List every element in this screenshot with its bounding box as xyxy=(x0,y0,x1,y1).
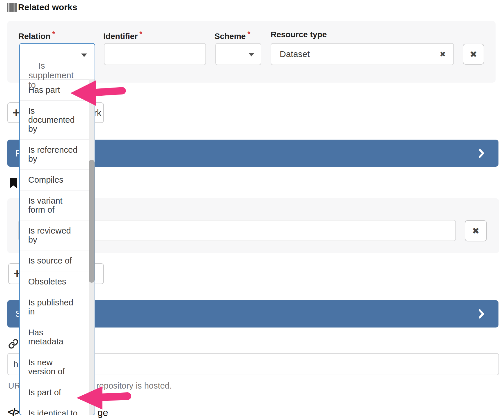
required-asterisk: * xyxy=(247,30,250,38)
panel-2-remove-button[interactable]: ✖ xyxy=(465,220,487,241)
relation-selected-value[interactable]: Is supplement to xyxy=(20,44,95,79)
identifier-input[interactable] xyxy=(104,43,206,65)
required-asterisk: * xyxy=(139,30,142,38)
dropdown-option-is-referenced-by[interactable]: Is referenced by xyxy=(20,140,95,170)
page-title: Related works xyxy=(18,2,77,12)
link-icon xyxy=(8,339,19,349)
dropdown-option-is-published-in[interactable]: Is published in xyxy=(20,292,95,322)
remove-icon: ✖ xyxy=(470,49,477,59)
dropdown-option-has-metadata[interactable]: Has metadata xyxy=(20,322,95,352)
chevron-right-icon xyxy=(479,309,485,318)
scheme-select[interactable] xyxy=(215,43,261,65)
relation-options-list: Has part Is documented by Is referenced … xyxy=(20,79,95,415)
dropdown-option-obsoletes[interactable]: Obsoletes xyxy=(20,271,95,292)
dropdown-option-compiles[interactable]: Compiles xyxy=(20,170,95,191)
scheme-label: Scheme* xyxy=(214,30,250,41)
resource-type-value: Dataset xyxy=(271,44,453,65)
dropdown-scrollbar-thumb[interactable] xyxy=(89,160,95,283)
bookmark-icon xyxy=(10,177,17,188)
chevron-down-icon xyxy=(249,53,254,56)
url-input-value-fragment: h xyxy=(13,353,18,375)
resource-type-select[interactable]: Dataset ✖ xyxy=(271,43,454,65)
chevron-right-icon xyxy=(479,149,485,158)
dropdown-option-is-variant-form-of[interactable]: Is variant form of xyxy=(20,191,95,220)
resource-type-label: Resource type xyxy=(271,30,327,39)
dropdown-option-is-part-of[interactable]: Is part of xyxy=(20,382,95,403)
plus-icon: + xyxy=(13,106,20,120)
relation-label: Relation* xyxy=(18,30,55,41)
identifier-label: Identifier* xyxy=(103,30,142,41)
language-label-fragment: ge xyxy=(97,407,108,418)
dropdown-option-is-reviewed-by[interactable]: Is reviewed by xyxy=(20,220,95,250)
barcode-icon xyxy=(7,3,17,12)
clear-icon[interactable]: ✖ xyxy=(440,50,446,58)
url-help-text-right: repository is hosted. xyxy=(96,381,172,391)
dropdown-option-is-identical-to[interactable]: Is identical to xyxy=(20,403,95,415)
dropdown-option-is-source-of[interactable]: Is source of xyxy=(20,250,95,271)
code-icon: </> xyxy=(8,407,19,418)
required-asterisk: * xyxy=(52,30,55,38)
chevron-down-icon xyxy=(81,54,87,57)
remove-icon: ✖ xyxy=(472,226,479,236)
dropdown-option-is-new-version-of[interactable]: Is new version of xyxy=(20,352,95,382)
relation-dropdown-menu[interactable]: Is supplement to Has part Is documented … xyxy=(19,43,95,415)
remove-related-work-button[interactable]: ✖ xyxy=(463,44,484,65)
